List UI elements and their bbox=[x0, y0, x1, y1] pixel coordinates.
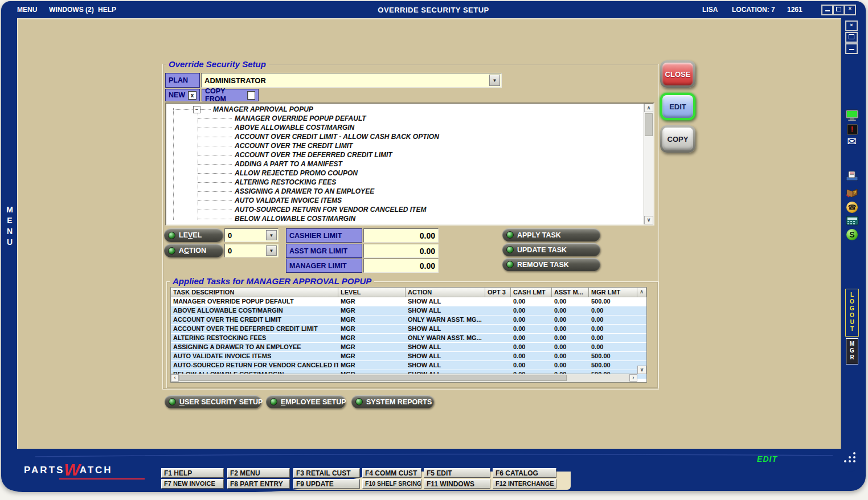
user-security-setup-button[interactable]: USER SECURITY SETUP bbox=[165, 395, 261, 408]
column-header[interactable]: CASH LMT bbox=[511, 288, 552, 297]
calculator-icon[interactable] bbox=[845, 216, 859, 228]
table-row[interactable]: AUTO VALIDATE INVOICE ITEMSMGRSHOW ALL0.… bbox=[171, 352, 646, 361]
level-dropdown[interactable]: 0 ▼ bbox=[224, 228, 279, 242]
monitor-icon[interactable] bbox=[845, 109, 859, 124]
fkey-f6[interactable]: F6 CATALOG bbox=[493, 468, 556, 478]
column-header[interactable]: MGR LMT bbox=[589, 288, 637, 297]
new-checkbox[interactable]: x bbox=[188, 91, 196, 100]
system-reports-button[interactable]: SYSTEM REPORTS bbox=[351, 395, 434, 408]
table-row[interactable]: MANAGER OVERRIDE POPUP DEFAULTMGRSHOW AL… bbox=[171, 297, 646, 306]
tree-item[interactable]: ABOVE ALLOWABLE COST/MARGIN bbox=[166, 123, 644, 132]
tree-item[interactable]: ACCOUNT OVER CREDIT LIMIT - ALLOW CASH B… bbox=[166, 132, 644, 141]
tree-item[interactable]: ALLOW REJECTED PROMO COUPON bbox=[166, 169, 644, 178]
help-book-icon[interactable]: ? bbox=[845, 187, 859, 200]
close-button[interactable]: CLOSE bbox=[660, 60, 695, 88]
phone-icon[interactable]: ☎ bbox=[845, 202, 859, 213]
tree-vertical-scrollbar[interactable]: ∧ ∨ bbox=[644, 104, 653, 224]
action-button[interactable]: ACTION bbox=[164, 244, 223, 257]
column-header[interactable]: OPT 3 bbox=[485, 288, 511, 297]
table-row[interactable]: ACCOUNT OVER THE CREDIT LIMITMGRONLY WAR… bbox=[171, 315, 646, 325]
fkey-f8[interactable]: F8 PART ENTRY bbox=[227, 479, 290, 489]
schedule-badge-icon[interactable]: S bbox=[845, 229, 859, 240]
plan-combobox[interactable]: ADMINISTRATOR ▼ bbox=[201, 73, 502, 88]
scroll-up-icon[interactable]: ∧ bbox=[637, 288, 646, 297]
printer-icon[interactable] bbox=[845, 170, 859, 185]
scroll-thumb[interactable] bbox=[645, 113, 653, 136]
manager-mode-badge[interactable]: MGR bbox=[846, 338, 858, 364]
fkey-f4[interactable]: F4 COMM CUST bbox=[362, 468, 421, 478]
fkey-f10[interactable]: F10 SHELF SRCING bbox=[362, 479, 421, 489]
action-dropdown[interactable]: 0 ▼ bbox=[224, 244, 279, 257]
copy-from-checkbox-row: COPY FROM bbox=[202, 89, 259, 101]
cell-asst-lmt: 0.00 bbox=[552, 334, 589, 342]
fkey-f9[interactable]: F9 UPDATE bbox=[293, 479, 360, 489]
table-row[interactable]: ABOVE ALLOWABLE COST/MARGINMGRSHOW ALL0.… bbox=[171, 306, 646, 315]
level-button[interactable]: LEVEL bbox=[164, 228, 223, 242]
apply-task-button[interactable]: APPLY TASK bbox=[502, 228, 600, 241]
column-header[interactable]: TASK DESCRIPTION bbox=[171, 288, 338, 297]
left-menu-vertical-label[interactable]: MENU bbox=[5, 205, 14, 248]
fkey-f7[interactable]: F7 NEW INVOICE bbox=[161, 479, 224, 489]
table-row[interactable]: ALTERING RESTOCKING FEESMGRONLY WARN ASS… bbox=[171, 334, 646, 343]
employee-setup-button[interactable]: EMPLOYEE SETUP bbox=[266, 395, 346, 408]
column-header[interactable]: ASST M... bbox=[552, 288, 589, 297]
table-horizontal-scrollbar[interactable]: ‹ › bbox=[171, 374, 637, 382]
tree-item[interactable]: ALTERING RESTOCKING FEES bbox=[166, 178, 644, 187]
rail-close-button[interactable]: × bbox=[845, 21, 858, 31]
cell-mgr-lmt: 0.00 bbox=[589, 315, 637, 324]
copy-from-checkbox[interactable] bbox=[247, 91, 255, 100]
alert-icon[interactable]: ! bbox=[845, 124, 859, 135]
cashier-limit-field[interactable]: 0.00 bbox=[363, 228, 439, 243]
scroll-down-icon[interactable]: ∨ bbox=[637, 366, 646, 374]
cell-asst-lmt: 0.00 bbox=[552, 352, 589, 360]
asst-mgr-limit-field[interactable]: 0.00 bbox=[363, 244, 439, 258]
tree-item[interactable]: MANAGER OVERRIDE POPUP DEFAULT bbox=[166, 114, 644, 123]
table-row[interactable]: ACCOUNT OVER THE DEFERRED CREDIT LIMITMG… bbox=[171, 325, 646, 334]
cell-level: MGR bbox=[338, 297, 406, 306]
fkey-f1[interactable]: F1 HELP bbox=[161, 468, 224, 478]
scroll-up-icon[interactable]: ∧ bbox=[644, 104, 653, 112]
scroll-left-icon[interactable]: ‹ bbox=[171, 374, 179, 382]
tree-root-node[interactable]: − MANAGER APPROVAL POPUP bbox=[166, 105, 644, 114]
scroll-thumb[interactable] bbox=[179, 375, 567, 381]
rail-restore-button[interactable] bbox=[845, 32, 858, 43]
copy-from-label: COPY FROM bbox=[205, 87, 244, 103]
cell-level: MGR bbox=[338, 352, 406, 360]
logout-button[interactable]: LOGOUT bbox=[845, 289, 859, 337]
tree-item[interactable]: ACCOUNT OVER THE DEFERRED CREDIT LIMIT bbox=[166, 150, 644, 159]
rail-minimize-button[interactable] bbox=[845, 43, 858, 54]
collapse-icon[interactable]: − bbox=[193, 106, 200, 113]
minimize-button[interactable] bbox=[821, 5, 833, 15]
scroll-down-icon[interactable]: ∨ bbox=[644, 216, 653, 224]
cell-level: MGR bbox=[338, 325, 406, 333]
action-dropdown-arrow-icon[interactable]: ▼ bbox=[266, 245, 277, 256]
manager-limit-field[interactable]: 0.00 bbox=[363, 259, 439, 273]
column-header[interactable]: ACTION bbox=[406, 288, 485, 297]
tree-item[interactable]: ACCOUNT OVER THE CREDIT LIMIT bbox=[166, 141, 644, 150]
tree-item[interactable]: ASSIGNING A DRAWER TO AN EMPLOYEE bbox=[166, 187, 644, 196]
update-task-button[interactable]: UPDATE TASK bbox=[502, 243, 600, 256]
tree-item[interactable]: AUTO-SOURCED RETURN FOR VENDOR CANCELED … bbox=[166, 205, 644, 214]
table-row[interactable]: ASSIGNING A DRAWER TO AN EMPLOYEEMGRSHOW… bbox=[171, 343, 646, 352]
remove-task-button[interactable]: REMOVE TASK bbox=[502, 258, 600, 271]
fkey-f5[interactable]: F5 EDIT bbox=[424, 468, 490, 478]
fkey-f11[interactable]: F11 WINDOWS bbox=[424, 479, 490, 489]
fkey-f3[interactable]: F3 RETAIL CUST bbox=[293, 468, 360, 478]
mail-icon[interactable]: ✉ bbox=[845, 136, 859, 147]
restore-button[interactable] bbox=[833, 5, 845, 15]
column-header[interactable]: LEVEL bbox=[338, 288, 406, 297]
edit-button[interactable]: EDIT bbox=[660, 93, 695, 120]
tree-item[interactable]: ADDING A PART TO A MANIFEST bbox=[166, 159, 644, 169]
tree-item[interactable]: BELOW ALLOWABLE COST/MARGIN bbox=[166, 214, 644, 223]
level-dropdown-arrow-icon[interactable]: ▼ bbox=[266, 230, 277, 240]
tree-item[interactable]: AUTO VALIDATE INVOICE ITEMS bbox=[166, 196, 644, 205]
mgr-label: MGR bbox=[849, 341, 855, 361]
plan-dropdown-arrow-icon[interactable]: ▼ bbox=[489, 75, 500, 86]
resize-grip[interactable] bbox=[844, 452, 858, 465]
copy-button[interactable]: COPY bbox=[660, 125, 695, 153]
fkey-f12[interactable]: F12 INTERCHANGE bbox=[493, 479, 556, 489]
fkey-f2[interactable]: F2 MENU bbox=[227, 468, 290, 478]
scroll-right-icon[interactable]: › bbox=[629, 374, 637, 382]
close-window-button[interactable]: × bbox=[844, 5, 856, 15]
table-row[interactable]: AUTO-SOURCED RETURN FOR VENDOR CANCELED … bbox=[171, 361, 646, 370]
